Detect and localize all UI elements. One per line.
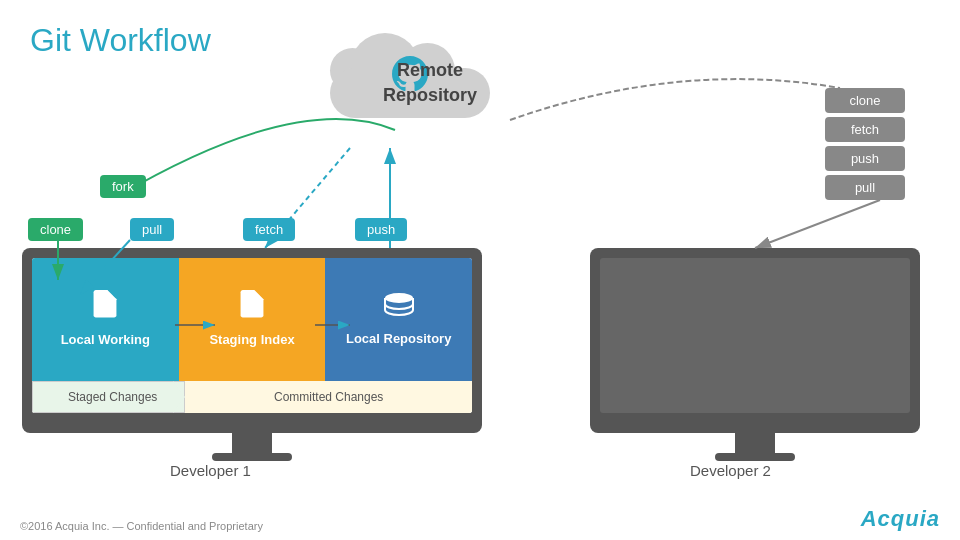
right-push: push xyxy=(825,146,905,171)
dev1-sections: Local Working Staging Index xyxy=(32,258,472,381)
dev1-stand xyxy=(232,433,272,453)
svg-point-0 xyxy=(385,293,413,303)
dev2-stand xyxy=(735,433,775,453)
local-repo-icon xyxy=(383,291,415,327)
staging-icon xyxy=(238,290,266,328)
cloud-label: Remote Repository xyxy=(340,58,520,108)
local-working-section: Local Working xyxy=(32,258,179,381)
dev1-label: Developer 1 xyxy=(170,462,251,479)
staging-index-section: Staging Index xyxy=(179,258,326,381)
local-working-label: Local Working xyxy=(61,332,150,349)
fork-action: fork xyxy=(100,175,146,198)
dev2-monitor xyxy=(590,248,920,433)
dev2-screen xyxy=(600,258,910,413)
changes-bar: Staged Changes Committed Changes xyxy=(32,381,472,413)
fetch-action: fetch xyxy=(243,218,295,241)
local-working-icon xyxy=(91,290,119,328)
right-actions-list: clone fetch push pull xyxy=(825,88,905,200)
pull-action: pull xyxy=(130,218,174,241)
clone-action: clone xyxy=(28,218,83,241)
push-action: push xyxy=(355,218,407,241)
committed-changes: Committed Changes xyxy=(185,381,472,413)
right-clone: clone xyxy=(825,88,905,113)
acquia-logo: Acquia xyxy=(861,506,940,532)
dev2-base xyxy=(715,453,795,461)
dev2-label: Developer 2 xyxy=(690,462,771,479)
svg-line-8 xyxy=(755,200,880,248)
local-repo-section: Local Repository xyxy=(325,258,472,381)
footer-copyright: ©2016 Acquia Inc. — Confidential and Pro… xyxy=(20,520,263,532)
dev1-base xyxy=(212,453,292,461)
local-repo-label: Local Repository xyxy=(346,331,451,348)
dev1-screen: Local Working Staging Index xyxy=(32,258,472,413)
page-title: Git Workflow xyxy=(30,22,211,59)
right-fetch: fetch xyxy=(825,117,905,142)
staged-changes: Staged Changes xyxy=(32,381,185,413)
dev1-monitor: Local Working Staging Index xyxy=(22,248,482,433)
right-pull: pull xyxy=(825,175,905,200)
staging-index-label: Staging Index xyxy=(209,332,294,349)
